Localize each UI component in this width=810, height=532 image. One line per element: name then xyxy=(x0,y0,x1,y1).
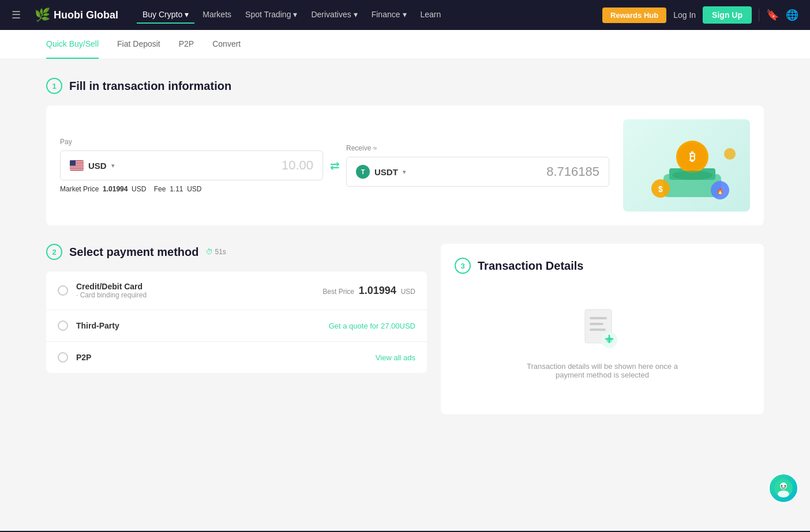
navbar: ☰ 🌿 Huobi Global Buy Crypto ▾ Markets Sp… xyxy=(0,0,810,30)
chevron-down-icon: ▾ xyxy=(293,10,297,19)
svg-point-28 xyxy=(781,485,783,487)
svg-rect-22 xyxy=(590,329,606,331)
payment-price-card: Best Price 1.01994 USD xyxy=(322,285,415,297)
payment-list: Credit/Debit Card · Card binding require… xyxy=(46,271,427,373)
radio-p2p[interactable] xyxy=(58,352,68,363)
market-price-value: 1.01994 xyxy=(103,185,127,193)
radio-third-party[interactable] xyxy=(58,320,68,331)
tx-empty-message: Transaction details will be shown here o… xyxy=(516,362,689,379)
nav-links: Buy Crypto ▾ Markets Spot Trading ▾ Deri… xyxy=(137,6,588,24)
nav-divider xyxy=(759,9,759,21)
pay-chevron-icon: ▾ xyxy=(111,162,115,169)
receive-currency-selector[interactable]: T USDT ▾ xyxy=(356,165,406,179)
timer: ⏱ 51s xyxy=(206,248,226,256)
tab-quick-buy-sell[interactable]: Quick Buy/Sell xyxy=(46,30,99,59)
lower-section: 2 Select payment method ⏱ 51s Credit/Deb… xyxy=(46,244,764,414)
step2-header: 2 Select payment method ⏱ 51s xyxy=(46,244,427,260)
tx-empty-icon xyxy=(579,307,625,353)
svg-text:₿: ₿ xyxy=(689,150,695,163)
receive-currency-name: USDT xyxy=(374,167,398,177)
chevron-down-icon: ▾ xyxy=(403,10,407,19)
tabs-bar: Quick Buy/Sell Fiat Deposit P2P Convert xyxy=(0,30,810,59)
svg-rect-5 xyxy=(70,167,84,168)
nav-buy-crypto[interactable]: Buy Crypto ▾ xyxy=(137,6,194,24)
signup-button[interactable]: Sign Up xyxy=(703,6,752,24)
usd-flag xyxy=(70,160,84,171)
pay-input[interactable]: USD ▾ 10.00 xyxy=(60,150,323,180)
pay-currency-selector[interactable]: USD ▾ xyxy=(70,160,115,171)
tab-p2p[interactable]: P2P xyxy=(179,30,194,59)
third-party-quote-link[interactable]: Get a quote for 27.00USD xyxy=(329,322,415,330)
best-price-label: Best Price xyxy=(322,288,354,296)
chat-widget[interactable] xyxy=(768,473,798,503)
payment-item-third-party[interactable]: Third-Party Get a quote for 27.00USD xyxy=(46,310,427,342)
payment-info-card: Credit/Debit Card · Card binding require… xyxy=(76,282,314,299)
login-button[interactable]: Log In xyxy=(673,10,696,20)
svg-rect-20 xyxy=(590,317,607,319)
nav-spot-trading[interactable]: Spot Trading ▾ xyxy=(239,6,303,24)
receive-chevron-icon: ▾ xyxy=(403,168,406,176)
payment-name-third-party: Third-Party xyxy=(76,321,321,330)
payment-section: 2 Select payment method ⏱ 51s Credit/Deb… xyxy=(46,244,427,414)
payment-info-p2p: P2P xyxy=(76,353,367,362)
receive-group: Receive ≈ T USDT ▾ 8.716185 xyxy=(346,144,609,187)
step2-circle: 2 xyxy=(46,244,62,260)
p2p-view-ads-link[interactable]: View all ads xyxy=(376,353,415,362)
svg-rect-6 xyxy=(70,169,84,169)
pay-group: Pay xyxy=(60,138,323,193)
chevron-down-icon: ▾ xyxy=(354,10,358,19)
rewards-hub-button[interactable]: Rewards Hub xyxy=(602,7,666,23)
svg-point-27 xyxy=(778,491,789,497)
nav-derivatives[interactable]: Derivatives ▾ xyxy=(305,6,363,24)
svg-rect-4 xyxy=(70,166,84,167)
svg-point-29 xyxy=(785,485,786,487)
logo[interactable]: 🌿 Huobi Global xyxy=(35,7,118,22)
timer-icon: ⏱ xyxy=(206,248,213,256)
svg-point-24 xyxy=(606,337,612,343)
market-price-unit: USD xyxy=(132,185,146,193)
step1-title: Fill in transaction information xyxy=(69,80,231,93)
transaction-card: Pay xyxy=(46,105,764,225)
tab-fiat-deposit[interactable]: Fiat Deposit xyxy=(117,30,160,59)
step3-title: Transaction Details xyxy=(478,259,583,273)
svg-point-18 xyxy=(672,171,712,180)
logo-text: Huobi Global xyxy=(54,9,118,21)
radio-card[interactable] xyxy=(58,285,68,296)
fee-unit: USD xyxy=(187,185,201,193)
payment-item-card[interactable]: Credit/Debit Card · Card binding require… xyxy=(46,271,427,310)
nav-finance[interactable]: Finance ▾ xyxy=(366,6,412,24)
usdt-icon: T xyxy=(356,165,370,179)
notifications-icon[interactable]: 🔖 xyxy=(766,9,779,21)
payment-sub-card: · Card binding required xyxy=(76,291,314,299)
svg-point-13 xyxy=(724,148,736,160)
receive-input[interactable]: T USDT ▾ 8.716185 xyxy=(346,157,609,187)
step3-circle: 3 xyxy=(455,258,471,274)
pay-amount[interactable]: 10.00 xyxy=(282,158,313,173)
svg-text:🔥: 🔥 xyxy=(717,187,724,195)
svg-rect-21 xyxy=(590,323,603,325)
hamburger-icon[interactable]: ☰ xyxy=(12,9,21,21)
swap-icon[interactable]: ⇄ xyxy=(323,154,346,177)
receive-amount: 8.716185 xyxy=(546,164,599,179)
nav-right: Rewards Hub Log In Sign Up 🔖 🌐 xyxy=(602,6,798,24)
fee-value: 1.11 xyxy=(170,185,183,193)
best-price-value: 1.01994 xyxy=(359,285,396,296)
timer-value: 51s xyxy=(215,248,226,256)
payment-item-p2p[interactable]: P2P View all ads xyxy=(46,342,427,373)
tab-convert[interactable]: Convert xyxy=(212,30,241,59)
step1-header: 1 Fill in transaction information xyxy=(46,78,764,94)
nav-markets[interactable]: Markets xyxy=(197,6,237,24)
chevron-down-icon: ▾ xyxy=(185,10,189,19)
chat-avatar xyxy=(774,479,793,497)
payment-name-p2p: P2P xyxy=(76,353,367,362)
payment-info-third-party: Third-Party xyxy=(76,321,321,330)
crypto-illustration: ₿ $ 🔥 xyxy=(623,119,750,212)
pay-currency-name: USD xyxy=(88,161,107,171)
nav-learn[interactable]: Learn xyxy=(415,6,447,24)
logo-icon: 🌿 xyxy=(35,7,50,22)
step1-circle: 1 xyxy=(46,78,62,94)
language-icon[interactable]: 🌐 xyxy=(786,9,798,21)
market-price-label: Market Price xyxy=(60,185,99,193)
fee-label: Fee xyxy=(154,185,166,193)
best-price-unit: USD xyxy=(401,288,415,296)
